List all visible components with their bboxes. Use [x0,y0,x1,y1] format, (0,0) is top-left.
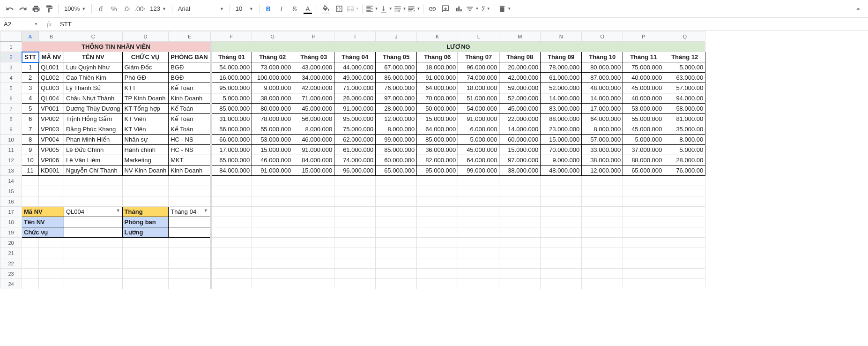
cell-G8[interactable]: 78.000.000 [252,114,293,124]
cell-L4[interactable]: 74.000.000 [458,73,499,83]
cell-L18[interactable] [458,217,499,227]
row-header-23[interactable]: 23 [0,269,22,279]
cell-P9[interactable]: 45.000.000 [623,124,664,135]
cell-G15[interactable] [252,186,293,196]
cell-A15[interactable] [22,186,39,196]
cell-P16[interactable] [623,196,664,207]
cell-P4[interactable]: 40.000.000 [623,73,664,83]
cell-N17[interactable] [541,207,582,217]
cell-G6[interactable]: 38.000.000 [252,93,293,104]
cell-month-3[interactable]: Tháng 03 [293,52,334,62]
cell-F13[interactable]: 84.000.000 [211,165,252,176]
cell-L7[interactable]: 54.000.000 [458,104,499,114]
cell-I4[interactable]: 49.000.000 [334,73,376,83]
cell-O23[interactable] [582,269,623,279]
cell-K23[interactable] [417,269,458,279]
cell-J19[interactable] [376,227,417,238]
cell-J16[interactable] [376,196,417,207]
cell-H3[interactable]: 43.000.000 [293,62,334,73]
cell-K3[interactable]: 18.000.000 [417,62,458,73]
cell-N24[interactable] [541,279,582,289]
cell-L19[interactable] [458,227,499,238]
cell-I16[interactable] [334,196,376,207]
borders-button[interactable] [333,3,345,15]
column-header-C[interactable]: C [64,31,123,42]
cell-B21[interactable] [39,248,64,258]
cell-month-10[interactable]: Tháng 10 [582,52,623,62]
print-button[interactable] [30,3,42,15]
currency-button[interactable]: đ [95,3,107,15]
lookup-manv-value[interactable]: QL004▼ [64,207,123,217]
cell-A21[interactable] [22,248,39,258]
cell-P14[interactable] [623,176,664,186]
cell-D12[interactable]: Marketing [122,155,169,165]
cell-F15[interactable] [211,186,252,196]
column-header-E[interactable]: E [169,31,211,42]
cell-L22[interactable] [458,258,499,269]
vertical-align-button[interactable]: ▼ [379,3,393,15]
functions-button[interactable]: Σ▼ [480,3,492,15]
cell-B13[interactable]: KD001 [39,165,64,176]
cell-N21[interactable] [541,248,582,258]
cell-F21[interactable] [211,248,252,258]
cell-A22[interactable] [22,258,39,269]
cell-J10[interactable]: 99.000.000 [376,135,417,145]
cell-L13[interactable]: 99.000.000 [458,165,499,176]
cell-F4[interactable]: 16.000.000 [211,73,252,83]
cell-I10[interactable]: 62.000.000 [334,135,376,145]
cell-K20[interactable] [417,238,458,248]
cell-O6[interactable]: 14.000.000 [582,93,623,104]
select-all-corner[interactable] [0,31,22,42]
cell-E23[interactable] [169,269,211,279]
cell-N6[interactable]: 14.000.000 [541,93,582,104]
cell-L3[interactable]: 96.000.000 [458,62,499,73]
cell-B11[interactable]: VP005 [39,145,64,155]
column-header-F[interactable]: F [211,31,252,42]
lookup-tennv-value[interactable] [64,217,123,227]
cell-N15[interactable] [541,186,582,196]
row-header-10[interactable]: 10 [0,135,22,145]
cell-I15[interactable] [334,186,376,196]
cell-L23[interactable] [458,269,499,279]
cell-A4[interactable]: 2 [22,73,39,83]
cell-L15[interactable] [458,186,499,196]
row-header-22[interactable]: 22 [0,258,22,269]
cell-G24[interactable] [252,279,293,289]
cell-D23[interactable] [122,269,169,279]
row-header-15[interactable]: 15 [0,186,22,196]
cell-E10[interactable]: HC - NS [169,135,211,145]
column-header-K[interactable]: K [417,31,458,42]
spreadsheet-grid[interactable]: ABCDEFGHIJKLMNOPQ1THÔNG TIN NHÂN VIÊNLƯƠ… [0,31,868,346]
cell-E12[interactable]: MKT [169,155,211,165]
cell-J24[interactable] [376,279,417,289]
row-header-9[interactable]: 9 [0,124,22,135]
cell-A23[interactable] [22,269,39,279]
cell-H19[interactable] [293,227,334,238]
cell-Q23[interactable] [664,269,705,279]
cell-F16[interactable] [211,196,252,207]
cell-F22[interactable] [211,258,252,269]
merge-cells-button[interactable]: ▼ [346,3,359,15]
cell-L24[interactable] [458,279,499,289]
cell-B12[interactable]: VP006 [39,155,64,165]
cell-E5[interactable]: Kế Toán [169,83,211,93]
cell-F17[interactable] [211,207,252,217]
cell-E13[interactable]: Kinh Doanh [169,165,211,176]
column-header-Q[interactable]: Q [664,31,705,42]
cell-N23[interactable] [541,269,582,279]
cell-D22[interactable] [122,258,169,269]
name-box[interactable]: A2▼ [0,18,42,30]
row-header-8[interactable]: 8 [0,114,22,124]
cell-Q15[interactable] [664,186,705,196]
cell-G5[interactable]: 9.000.000 [252,83,293,93]
cell-J3[interactable]: 67.000.000 [376,62,417,73]
cell-K14[interactable] [417,176,458,186]
cell-I8[interactable]: 95.000.000 [334,114,376,124]
salary-title[interactable]: LƯƠNG [211,42,705,52]
cell-K4[interactable]: 91.000.000 [417,73,458,83]
cell-I22[interactable] [334,258,376,269]
cell-M8[interactable]: 22.000.000 [499,114,541,124]
cell-M20[interactable] [499,238,541,248]
cell-P22[interactable] [623,258,664,269]
cell-A10[interactable]: 8 [22,135,39,145]
